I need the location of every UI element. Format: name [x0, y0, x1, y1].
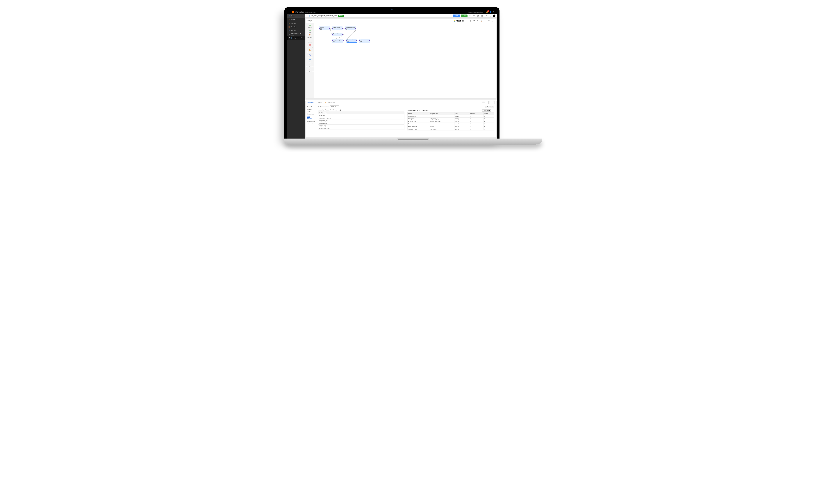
help-icon[interactable]: ?	[492, 11, 495, 13]
output-port[interactable]	[342, 34, 343, 35]
options-button[interactable]: Options ▾	[485, 106, 494, 108]
table-row[interactable]: out_group_key	[318, 119, 404, 122]
output-port[interactable]	[329, 28, 330, 29]
redo-icon[interactable]: ↷	[473, 14, 476, 17]
zoom-in-icon[interactable]: ⊕	[487, 19, 490, 22]
save-button[interactable]: Save	[453, 14, 460, 17]
table-row[interactable]: out_Phone_number	[318, 117, 404, 119]
node-deduplicate[interactable]: Deduplicate⧉	[347, 39, 357, 43]
notifications-icon[interactable]: 🔔3	[486, 11, 488, 13]
sidebar-item-my-import-export-logs[interactable]: 🗎My Import/Export Logs	[287, 33, 305, 36]
table-row[interactable]: Address_Part2out_Countrystring800	[407, 128, 494, 130]
prop-nav-deduplicate[interactable]: Deduplicate	[307, 113, 315, 115]
palette-item-cleanse[interactable]: ✧Cleanse	[308, 39, 312, 43]
node-exp_address_suffix[interactable]: exp_address_suffixf(x)	[332, 39, 344, 43]
output-port[interactable]	[355, 28, 356, 29]
sidebar-item-new-[interactable]: ⊕New...	[287, 14, 305, 18]
run-button[interactable]: Run	[461, 14, 468, 17]
node-source[interactable]: Source▤	[319, 26, 330, 30]
col-field-name[interactable]: Field Name▴	[318, 112, 404, 114]
undo-icon[interactable]: ↶	[469, 14, 472, 17]
palette-item-aggregator[interactable]: ΣAggregator	[307, 34, 312, 38]
table-row[interactable]: out_postcode	[318, 122, 404, 125]
delete-icon[interactable]: 🗑	[469, 19, 472, 22]
palette-item-deduplicate[interactable]: ⧉Deduplicate	[307, 48, 312, 53]
tab-preview[interactable]: Preview	[316, 101, 322, 104]
table-row[interactable]: out_Country	[318, 125, 404, 127]
input-port[interactable]	[332, 40, 333, 41]
grid-icon[interactable]: ▦	[462, 19, 465, 22]
input-port[interactable]	[346, 40, 347, 41]
sidebar-item-my-jobs[interactable]: 🗎My Jobs	[287, 29, 305, 33]
input-port[interactable]	[319, 28, 320, 29]
col-scale[interactable]: Scale	[484, 113, 494, 115]
tab-properties[interactable]: Properties	[307, 101, 314, 104]
mapping-canvas[interactable]: Source▤Parse_contact✧exp_contact_suffixf…	[314, 23, 496, 98]
table-row[interactable]: out_Address_Line	[318, 127, 404, 130]
layout-horizontal-icon[interactable]	[482, 101, 485, 104]
output-port[interactable]	[356, 40, 357, 41]
col-precision[interactable]: Precision	[469, 113, 484, 115]
node-exp_contact_suffix[interactable]: exp_contact_suffixf(x)	[345, 26, 356, 30]
prop-nav-general[interactable]: General	[307, 106, 315, 108]
input-port[interactable]	[332, 34, 333, 35]
menu-icon[interactable]: ≡	[289, 11, 291, 13]
node-parse_contact[interactable]: Parse_contact✧	[332, 26, 343, 30]
table-row[interactable]: Datedate/time299	[407, 123, 494, 125]
sidebar-item-home[interactable]: ⌂Home	[287, 18, 305, 21]
palette-item-target[interactable]: ▤Target	[308, 28, 311, 33]
col-mapped-field[interactable]: Mapped Field	[429, 113, 455, 115]
close-mapping-button[interactable]: ✕	[493, 14, 495, 17]
layout-full-icon[interactable]	[492, 101, 495, 104]
output-port[interactable]	[342, 28, 343, 29]
bulb-icon[interactable]: 💡	[453, 19, 456, 22]
table-row[interactable]: out_email	[318, 114, 404, 117]
schedule-icon[interactable]: ▦	[481, 14, 484, 17]
layout-vertical-icon[interactable]	[487, 101, 490, 104]
node-target[interactable]: Target▤	[359, 39, 370, 43]
zoom-out-icon[interactable]: ⊖	[491, 19, 494, 22]
input-port[interactable]	[345, 28, 346, 29]
sql-icon[interactable]: ▣	[477, 14, 480, 17]
palette-more[interactable]: ⋮	[308, 73, 311, 77]
input-port[interactable]	[359, 40, 360, 41]
prop-nav-output-fields[interactable]: Output Fields	[307, 120, 315, 123]
sidebar-item-explore[interactable]: 🗀Explore	[287, 21, 305, 25]
output-port[interactable]	[343, 40, 344, 41]
palette-item-source[interactable]: ▤Source	[308, 23, 311, 28]
palette-item-expression[interactable]: f(x)Expression	[307, 53, 312, 58]
prop-nav-incoming-fields[interactable]: Incoming Fields	[307, 108, 315, 113]
switch-toggle[interactable]: ● OFF	[457, 20, 461, 21]
output-port[interactable]	[369, 40, 370, 41]
node-parse_address[interactable]: Parse_address✧	[332, 33, 343, 37]
account-switcher[interactable]: Informatica Ireland Ltd▾	[468, 11, 484, 13]
sidebar-open-tab[interactable]: ✕ ▣ m_parse_deduplica...	[287, 36, 305, 40]
palette-item-hierarchy-parser[interactable]: ♢Hierarchy Parser	[306, 68, 314, 73]
col-name[interactable]: Name▴	[407, 113, 429, 115]
table-row[interactable]: GroupKeyout_group_keystring300	[407, 118, 494, 120]
prop-nav-advanced[interactable]: Advanced	[307, 123, 315, 125]
field-map-options-select[interactable]: Manual	[330, 106, 339, 108]
more-icon[interactable]: ⋮	[489, 14, 492, 17]
table-row[interactable]: SequenceIdbigint190	[407, 115, 494, 118]
close-icon[interactable]: ✕	[288, 37, 290, 39]
automap-button[interactable]: Automap ▾	[482, 109, 491, 112]
table-row[interactable]: Person_NameNAMEstring800	[407, 125, 494, 128]
panel-resize-handle[interactable]: • • •	[305, 100, 497, 101]
module-switcher[interactable]: Data Integration▾	[305, 11, 317, 13]
user-icon[interactable]: 👤	[489, 11, 492, 13]
prop-nav-field-mapping[interactable]: Field Mapping	[307, 115, 315, 120]
col-type[interactable]: Type	[455, 113, 469, 115]
sidebar-item-bundles[interactable]: ▣Bundles	[287, 25, 305, 29]
target-more-icon[interactable]: ⋮	[492, 109, 494, 112]
paste-icon[interactable]: 📋	[480, 19, 483, 22]
cut-icon[interactable]: ✂	[472, 19, 476, 22]
collapse-icon[interactable]: ⟨·	[306, 15, 308, 17]
input-port[interactable]	[332, 28, 333, 29]
edit-icon[interactable]: ✎	[485, 14, 488, 17]
palette-item-hierarchy-builder[interactable]: ♢Hierarchy Builder	[306, 63, 314, 68]
palette-item-data-masking[interactable]: ▥Data Masking	[307, 43, 313, 48]
copy-icon[interactable]: ⧉	[476, 19, 479, 22]
table-row[interactable]: Address_Part1out_Address_Linestring800	[407, 120, 494, 123]
palette-item-filter[interactable]: ▽Filter	[308, 58, 311, 63]
